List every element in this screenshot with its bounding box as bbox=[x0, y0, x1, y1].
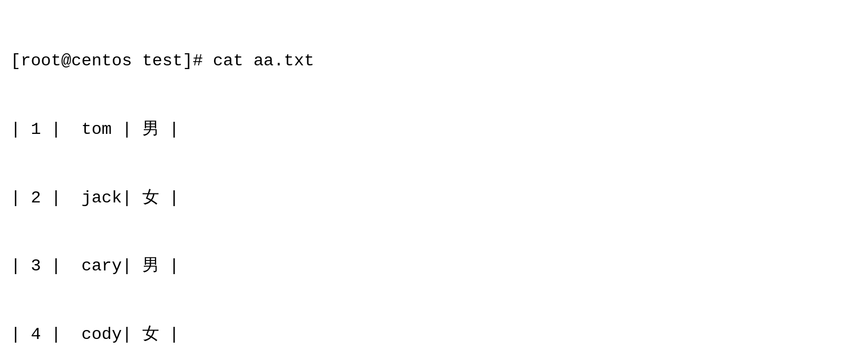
terminal-line-4: | 3 | cary| 男 | bbox=[11, 255, 857, 277]
terminal-window[interactable]: [root@centos test]# cat aa.txt | 1 | tom… bbox=[0, 0, 868, 359]
terminal-line-3: | 2 | jack| 女 | bbox=[11, 187, 857, 209]
terminal-line-5: | 4 | cody| 女 | bbox=[11, 323, 857, 346]
terminal-line-2: | 1 | tom | 男 | bbox=[11, 118, 857, 141]
terminal-line-1: [root@centos test]# cat aa.txt bbox=[11, 50, 857, 72]
